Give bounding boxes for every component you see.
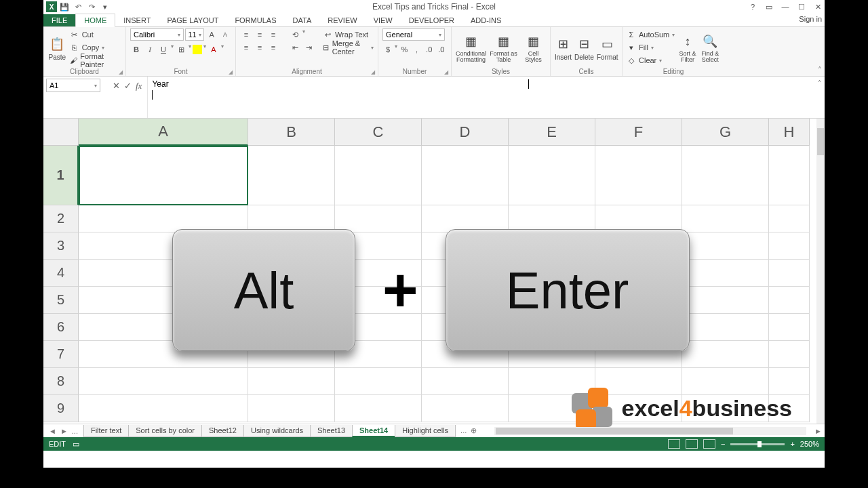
cell[interactable]: [79, 314, 248, 341]
sheet-tab[interactable]: Sort cells by color: [128, 425, 202, 437]
align-right-icon[interactable]: ≡: [267, 41, 279, 54]
sheet-nav-next-icon[interactable]: ►: [60, 427, 68, 435]
clear-button[interactable]: ◇Clear▾: [627, 54, 675, 66]
tab-addins[interactable]: ADD-INS: [462, 14, 509, 26]
cut-button[interactable]: ✂Cut: [70, 28, 121, 41]
cell[interactable]: [248, 368, 335, 395]
merge-center-button[interactable]: ⊟Merge & Center▾: [323, 41, 374, 54]
worksheet-grid[interactable]: ABCDEFGH 123456789: [43, 119, 825, 424]
column-header-F[interactable]: F: [595, 119, 682, 146]
cell[interactable]: [769, 205, 810, 232]
help-icon[interactable]: ?: [747, 1, 758, 12]
accounting-icon[interactable]: $: [382, 43, 393, 56]
column-header-C[interactable]: C: [335, 119, 422, 146]
cell[interactable]: [769, 146, 810, 205]
italic-button[interactable]: I: [144, 43, 156, 56]
insert-cells-button[interactable]: ⊞Insert: [555, 28, 572, 68]
font-name-select[interactable]: Calibri▾: [130, 28, 184, 41]
font-color-button[interactable]: A: [208, 43, 220, 56]
cell[interactable]: [595, 314, 682, 341]
cell[interactable]: [595, 260, 682, 287]
row-header-3[interactable]: 3: [43, 232, 79, 260]
cell[interactable]: [682, 146, 769, 205]
cell[interactable]: [335, 395, 422, 422]
zoom-in-icon[interactable]: +: [790, 440, 794, 448]
sheet-tab[interactable]: Sheet12: [201, 425, 244, 437]
cell[interactable]: [422, 395, 509, 422]
cell[interactable]: [682, 232, 769, 260]
sheet-nav-more[interactable]: ...: [72, 427, 78, 435]
normal-view-icon[interactable]: [668, 439, 680, 449]
formula-input[interactable]: Year: [147, 77, 814, 118]
row-header-8[interactable]: 8: [43, 368, 79, 395]
cell[interactable]: [509, 232, 595, 260]
row-header-2[interactable]: 2: [43, 205, 79, 232]
increase-indent-icon[interactable]: ⇥: [302, 41, 315, 54]
column-header-D[interactable]: D: [422, 119, 509, 146]
cell[interactable]: [422, 368, 509, 395]
cell[interactable]: [248, 260, 335, 287]
column-header-H[interactable]: H: [769, 119, 810, 146]
cell[interactable]: [509, 314, 595, 341]
launcher-icon[interactable]: ◢: [371, 69, 375, 75]
cell[interactable]: [335, 341, 422, 368]
zoom-slider[interactable]: [730, 443, 785, 445]
select-all-corner[interactable]: [43, 119, 79, 146]
launcher-icon[interactable]: ◢: [229, 69, 233, 75]
cell[interactable]: [769, 314, 810, 341]
cell[interactable]: [79, 395, 248, 422]
cell[interactable]: [422, 232, 509, 260]
insert-function-icon[interactable]: fx: [136, 81, 142, 92]
sort-filter-button[interactable]: ↕Sort & Filter: [677, 28, 697, 68]
close-icon[interactable]: ✕: [812, 1, 823, 12]
tab-formulas[interactable]: FORMULAS: [226, 14, 284, 26]
cell[interactable]: [335, 314, 422, 341]
save-icon[interactable]: 💾: [58, 1, 71, 13]
cell[interactable]: [335, 146, 422, 205]
cell[interactable]: [335, 232, 422, 260]
cell[interactable]: [335, 368, 422, 395]
cell[interactable]: [422, 287, 509, 314]
align-center-icon[interactable]: ≡: [254, 41, 266, 54]
sheet-nav-prev-icon[interactable]: ◄: [49, 427, 56, 435]
decrease-indent-icon[interactable]: ⇤: [289, 41, 301, 54]
delete-cells-button[interactable]: ⊟Delete: [574, 28, 594, 68]
cell[interactable]: [335, 205, 422, 232]
cell[interactable]: [422, 341, 509, 368]
increase-decimal-icon[interactable]: .0: [424, 43, 435, 56]
name-box[interactable]: A1▾: [46, 79, 100, 92]
row-header-6[interactable]: 6: [43, 314, 79, 341]
cell[interactable]: [769, 341, 810, 368]
cell[interactable]: [422, 205, 509, 232]
cancel-entry-icon[interactable]: ✕: [113, 81, 120, 91]
align-bottom-icon[interactable]: ≡: [267, 28, 279, 41]
redo-icon[interactable]: ↷: [85, 1, 98, 13]
format-painter-button[interactable]: 🖌Format Painter: [70, 54, 121, 66]
cell[interactable]: [79, 287, 248, 314]
cell[interactable]: [509, 205, 595, 232]
tab-home[interactable]: HOME: [75, 14, 115, 27]
cell[interactable]: [422, 146, 509, 205]
cell-styles-button[interactable]: ▦Cell Styles: [521, 28, 546, 68]
maximize-icon[interactable]: ☐: [796, 1, 807, 12]
cell[interactable]: [595, 146, 682, 205]
cell[interactable]: [248, 395, 335, 422]
find-select-button[interactable]: 🔍Find & Select: [701, 28, 720, 68]
launcher-icon[interactable]: ◢: [444, 69, 448, 75]
tab-view[interactable]: VIEW: [366, 14, 401, 26]
qat-customize-icon[interactable]: ▾: [99, 1, 111, 13]
column-header-A[interactable]: A: [79, 119, 248, 146]
hscroll-right-icon[interactable]: ►: [812, 427, 825, 435]
new-sheet-icon[interactable]: ⊕: [471, 426, 477, 434]
undo-icon[interactable]: ↶: [72, 1, 84, 13]
orientation-icon[interactable]: ⟲: [289, 28, 301, 41]
column-header-E[interactable]: E: [509, 119, 595, 146]
zoom-out-icon[interactable]: −: [721, 440, 725, 448]
sign-in-link[interactable]: Sign in: [799, 15, 822, 23]
sheet-tab[interactable]: Using wildcards: [243, 425, 311, 437]
row-header-7[interactable]: 7: [43, 341, 79, 368]
tab-page-layout[interactable]: PAGE LAYOUT: [159, 14, 226, 26]
tab-developer[interactable]: DEVELOPER: [401, 14, 462, 26]
tab-file[interactable]: FILE: [43, 14, 75, 26]
number-format-select[interactable]: General▾: [382, 28, 445, 41]
